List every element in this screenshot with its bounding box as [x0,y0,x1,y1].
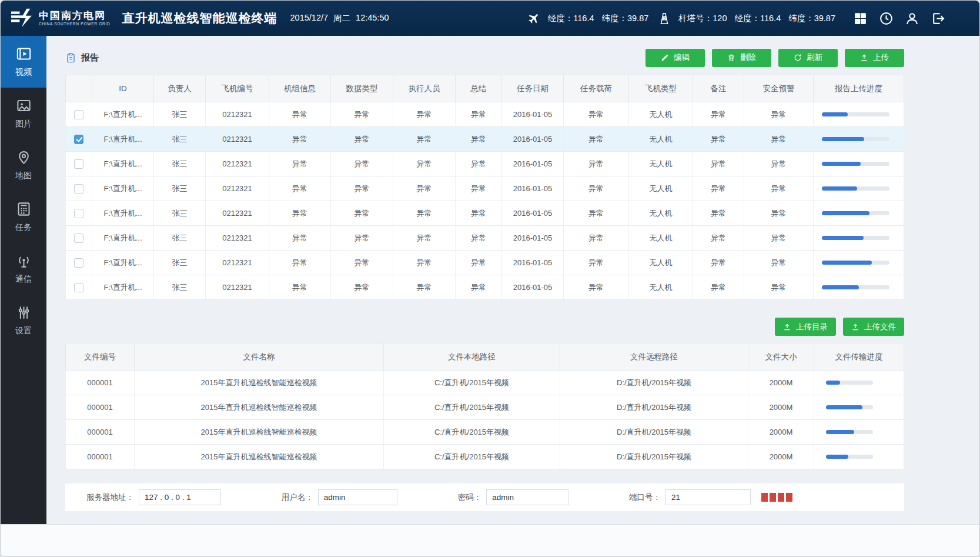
table-cell: 异常 [331,176,393,201]
report-row: F:\直升机...张三0212321异常异常异常异常2016-01-05异常无人… [66,275,904,300]
table-cell: 2016-01-05 [502,152,564,176]
server-address-input[interactable] [139,489,221,505]
upload-progress-bar [822,285,889,289]
report-header-row: ID负责人飞机编号机组信息数据类型执行人员总结任务日期任务载荷飞机类型备注安全预… [66,75,904,102]
file-row: 0000012015年直升机巡检线智能巡检视频C:/直升机/2015年视频D:/… [66,395,904,420]
table-cell: 异常 [744,275,814,300]
row-checkbox[interactable] [74,135,83,144]
report-row: F:\直升机...张三0212321异常异常异常异常2016-01-05异常无人… [66,102,904,127]
row-checkbox[interactable] [74,209,83,218]
row-checkbox[interactable] [74,283,83,292]
indicator-block [778,493,784,502]
upload-progress-bar [822,211,889,215]
table-cell: 2016-01-05 [502,127,564,152]
server-address-label: 服务器地址： [86,492,134,503]
sidebar-item-images[interactable]: 图片 [1,88,46,139]
port-input[interactable] [665,489,751,505]
report-table: ID负责人飞机编号机组信息数据类型执行人员总结任务日期任务载荷飞机类型备注安全预… [65,75,904,300]
table-cell: 2015年直升机巡检线智能巡检视频 [135,395,384,420]
table-cell: 异常 [393,102,456,127]
table-cell: 异常 [269,275,331,300]
column-header: 任务日期 [502,75,564,102]
tower-number: 杆塔号：120 [678,13,727,24]
indicator-block [786,493,792,502]
table-cell: 异常 [331,226,393,251]
upload-progress-bar [822,186,889,191]
table-cell: C:/直升机/2015年视频 [384,420,560,445]
sidebar-item-label: 视频 [15,67,32,78]
table-cell: 2000M [748,395,814,420]
table-cell: 张三 [154,176,206,201]
report-row: F:\直升机...张三0212321异常异常异常异常2016-01-05异常无人… [66,176,904,201]
column-header: 文件大小 [748,343,814,371]
table-cell: C:/直升机/2015年视频 [384,445,560,469]
table-cell: 异常 [564,275,629,300]
exit-icon[interactable] [931,11,945,26]
table-cell: 0212321 [206,275,269,300]
windows-icon[interactable] [853,11,868,26]
table-cell: 无人机 [629,176,693,201]
table-cell: 2015年直升机巡检线智能巡检视频 [135,445,384,469]
report-row: F:\直升机...张三0212321异常异常异常异常2016-01-05异常无人… [66,201,904,226]
table-cell: 异常 [331,275,393,300]
table-cell: 异常 [744,226,814,251]
table-cell: 无人机 [629,127,693,152]
table-cell: 张三 [154,201,206,226]
table-cell: 异常 [331,152,393,176]
table-cell: 异常 [693,152,744,176]
row-checkbox[interactable] [74,184,83,194]
table-cell: 无人机 [629,226,693,251]
sidebar-item-settings[interactable]: 设置 [1,295,46,346]
image-icon [16,98,32,114]
upload-file-label: 上传文件 [864,322,896,332]
files-table: 文件编号文件名称文件本地路径文件远程路径文件大小文件传输进度 000001201… [65,343,904,469]
table-cell: 异常 [744,102,814,127]
upload-file-button[interactable]: 上传文件 [843,318,904,336]
user-icon[interactable] [905,11,919,26]
table-cell: F:\直升机... [92,127,154,152]
password-input[interactable] [486,489,568,505]
delete-button[interactable]: 删除 [712,49,771,67]
table-cell: 0212321 [206,152,269,176]
table-cell: 异常 [269,176,331,201]
table-cell: 异常 [331,127,393,152]
sidebar-item-tasks[interactable]: 任务 [1,191,46,243]
upload-button[interactable]: 上传 [845,49,904,67]
row-checkbox[interactable] [74,110,83,119]
table-cell: D:/直升机/2015年视频 [560,420,748,445]
tower-longitude: 经度：116.4 [734,13,781,24]
refresh-icon [794,54,802,62]
table-cell: 2016-01-05 [502,102,564,127]
upload-directory-label: 上传目录 [796,322,828,332]
sidebar-item-video[interactable]: 视频 [1,36,46,88]
table-cell: C:/直升机/2015年视频 [384,371,560,395]
file-row: 0000012015年直升机巡检线智能巡检视频C:/直升机/2015年视频D:/… [66,371,904,395]
tower-icon [658,12,671,25]
table-cell: 异常 [564,127,629,152]
column-header: 机组信息 [269,75,331,102]
edit-button[interactable]: 编辑 [645,49,705,67]
bottom-strip [1,524,979,556]
sidebar-item-communication[interactable]: 通信 [1,243,46,295]
table-cell: F:\直升机... [92,176,154,201]
sidebar-item-map[interactable]: 地图 [1,139,46,191]
table-cell: F:\直升机... [92,152,154,176]
row-checkbox[interactable] [74,258,83,268]
upload-directory-button[interactable]: 上传目录 [775,318,836,336]
table-cell: 异常 [564,251,629,275]
table-cell: 异常 [456,226,502,251]
row-checkbox[interactable] [74,234,83,243]
brand-name-en: CHINA SOUTHERN POWER GRID [39,22,111,26]
table-cell: 000001 [66,371,135,395]
table-cell: 0212321 [206,251,269,275]
column-header: 执行人员 [393,75,456,102]
report-table-body: F:\直升机...张三0212321异常异常异常异常2016-01-05异常无人… [66,102,904,300]
table-cell: 异常 [269,201,331,226]
history-icon[interactable] [879,11,894,26]
username-input[interactable] [318,489,397,505]
table-cell: D:/直升机/2015年视频 [560,371,748,395]
indicator-block [770,493,776,502]
row-checkbox[interactable] [74,159,83,169]
table-cell: 异常 [456,201,502,226]
refresh-button[interactable]: 刷新 [778,49,838,67]
